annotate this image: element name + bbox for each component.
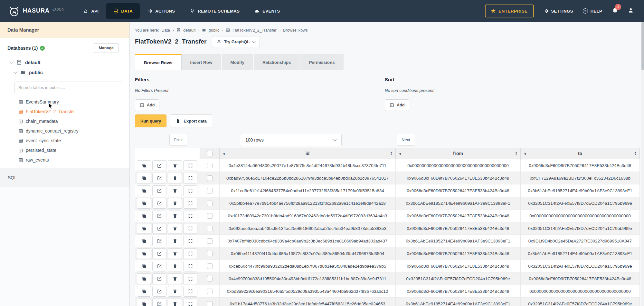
- tab-modify[interactable]: Modify: [222, 54, 254, 70]
- row-checkbox[interactable]: [207, 163, 213, 168]
- nav-item-data[interactable]: DATA: [106, 3, 140, 19]
- row-checkbox[interactable]: [207, 276, 213, 281]
- next-page-button[interactable]: Next: [397, 134, 415, 146]
- clone-row-button[interactable]: [137, 299, 151, 306]
- expand-row-button[interactable]: [183, 286, 197, 297]
- manage-button[interactable]: Manage: [94, 43, 118, 53]
- row-checkbox[interactable]: [207, 289, 213, 294]
- add-sort-button[interactable]: Add: [385, 99, 409, 111]
- settings-button[interactable]: SETTINGS: [544, 8, 573, 14]
- expand-row-button[interactable]: [183, 160, 197, 171]
- row-checkbox[interactable]: [207, 238, 213, 244]
- row-checkbox[interactable]: [207, 301, 213, 306]
- row-checkbox[interactable]: [207, 226, 213, 231]
- delete-row-button[interactable]: [168, 286, 182, 297]
- export-data-button[interactable]: Export data: [170, 114, 212, 127]
- edit-row-button[interactable]: [152, 286, 166, 297]
- edit-row-button[interactable]: [152, 248, 166, 259]
- clone-row-button[interactable]: [137, 261, 151, 271]
- delete-row-button[interactable]: [168, 185, 182, 196]
- nav-item-events[interactable]: EVENTS: [247, 0, 287, 22]
- expand-row-button[interactable]: [183, 198, 197, 209]
- edit-row-button[interactable]: [152, 261, 166, 271]
- edit-row-button[interactable]: [152, 273, 166, 284]
- collapse-column-icon[interactable]: ◂: [524, 152, 526, 156]
- clone-row-button[interactable]: [137, 236, 151, 246]
- sidebar-table-chain-metadata[interactable]: chain_metadata: [0, 116, 129, 126]
- clone-row-button[interactable]: [137, 173, 151, 183]
- sort-icon[interactable]: ▲▼: [515, 152, 517, 155]
- hasura-brand[interactable]: HASURA v2.23.0: [0, 5, 63, 17]
- breadcrumb-data[interactable]: Data: [162, 28, 170, 33]
- header-col-to[interactable]: ◂ to ▲▼: [521, 148, 640, 159]
- expand-row-button[interactable]: [183, 185, 197, 196]
- expand-row-button[interactable]: [183, 261, 197, 271]
- edit-row-button[interactable]: [152, 299, 166, 306]
- delete-row-button[interactable]: [168, 261, 182, 271]
- expand-row-button[interactable]: [183, 273, 197, 284]
- row-checkbox[interactable]: [207, 263, 213, 269]
- tab-browse-rows[interactable]: Browse Rows: [135, 54, 182, 70]
- collapse-column-icon[interactable]: ◂: [223, 152, 225, 156]
- row-checkbox[interactable]: [207, 201, 213, 206]
- header-col-id[interactable]: ◂ id ▲▼: [220, 148, 396, 159]
- tree-item-public-schema[interactable]: public: [0, 67, 129, 77]
- enterprise-button[interactable]: ★ ENTERPRISE: [485, 5, 534, 17]
- clone-row-button[interactable]: [137, 286, 151, 297]
- delete-row-button[interactable]: [168, 223, 182, 234]
- notifications-button[interactable]: 1: [612, 7, 618, 15]
- clone-row-button[interactable]: [137, 273, 151, 284]
- clone-row-button[interactable]: [137, 248, 151, 259]
- breadcrumb-public[interactable]: public: [209, 28, 219, 33]
- clone-row-button[interactable]: [137, 223, 151, 234]
- edit-row-button[interactable]: [152, 173, 166, 183]
- edit-row-button[interactable]: [152, 185, 166, 196]
- expand-row-button[interactable]: [183, 299, 197, 306]
- nav-item-actions[interactable]: ACTIONS: [140, 0, 182, 22]
- nav-item-api[interactable]: API: [76, 0, 106, 22]
- clone-row-button[interactable]: [137, 160, 151, 171]
- sidebar-item-sql[interactable]: SQL: [0, 168, 129, 187]
- try-graphql-button[interactable]: Try GraphQL: [212, 36, 260, 47]
- tab-permissions[interactable]: Permissions: [300, 54, 344, 70]
- edit-row-button[interactable]: [152, 223, 166, 234]
- sidebar-table-raw-events[interactable]: raw_events: [0, 155, 129, 165]
- clone-row-button[interactable]: [137, 211, 151, 221]
- collapse-column-icon[interactable]: ◂: [399, 152, 401, 156]
- vertical-scrollbar[interactable]: [641, 22, 644, 306]
- clone-row-button[interactable]: [137, 185, 151, 196]
- search-tables-input[interactable]: [14, 82, 123, 93]
- delete-row-button[interactable]: [168, 299, 182, 306]
- row-checkbox[interactable]: [207, 251, 213, 256]
- tab-relationships[interactable]: Relationships: [254, 54, 300, 70]
- nav-item-remote-schemas[interactable]: REMOTE SCHEMAS: [182, 0, 247, 22]
- delete-row-button[interactable]: [168, 248, 182, 259]
- expand-row-button[interactable]: [183, 173, 197, 183]
- expand-row-button[interactable]: [183, 223, 197, 234]
- sort-icon[interactable]: ▲▼: [634, 152, 637, 155]
- help-button[interactable]: ? HELP: [583, 8, 602, 14]
- delete-row-button[interactable]: [168, 198, 182, 209]
- clone-row-button[interactable]: [137, 198, 151, 209]
- row-checkbox[interactable]: [207, 213, 213, 219]
- edit-row-button[interactable]: [152, 211, 166, 221]
- sidebar-table-persisted-state[interactable]: persisted_state: [0, 145, 129, 155]
- breadcrumb-default[interactable]: default: [183, 28, 195, 33]
- row-checkbox[interactable]: [207, 188, 213, 193]
- expand-row-button[interactable]: [183, 248, 197, 259]
- edit-row-button[interactable]: [152, 198, 166, 209]
- sort-icon[interactable]: ▲▼: [390, 152, 393, 155]
- sidebar-table-eventssummary[interactable]: EventsSummary: [0, 97, 129, 107]
- edit-row-button[interactable]: [152, 160, 166, 171]
- delete-row-button[interactable]: [168, 273, 182, 284]
- sidebar-table-event-sync-state[interactable]: event_sync_state: [0, 136, 129, 145]
- delete-row-button[interactable]: [168, 211, 182, 221]
- expand-row-button[interactable]: [183, 236, 197, 246]
- sidebar-table-fiattokenv2-2-transfer[interactable]: FiatTokenV2_2_Transfer: [0, 107, 129, 116]
- run-query-button[interactable]: Run query: [135, 114, 166, 127]
- tab-insert-row[interactable]: Insert Row: [182, 54, 222, 70]
- row-checkbox[interactable]: [207, 175, 213, 181]
- tree-item-default-db[interactable]: default: [0, 57, 129, 67]
- edit-row-button[interactable]: [152, 236, 166, 246]
- sidebar-table-dynamic-contract-registry[interactable]: dynamic_contract_registry: [0, 126, 129, 136]
